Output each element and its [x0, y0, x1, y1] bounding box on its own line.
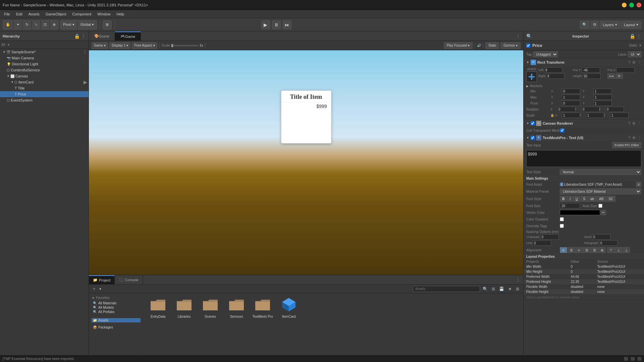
bottom-more-button[interactable]: ▾ — [98, 286, 103, 292]
rect-help-icon[interactable]: ? — [628, 60, 630, 65]
grid-button[interactable]: ⊞ — [515, 286, 521, 292]
scale-z-input[interactable] — [610, 113, 629, 118]
anchors-max-y[interactable] — [593, 95, 612, 100]
height-lock-btn[interactable]: ⟷ — [607, 73, 615, 79]
align-justify-btn[interactable]: ☰ — [583, 247, 590, 253]
font-italic-btn[interactable]: I — [567, 196, 573, 202]
fav-all-models[interactable]: 🔍 All Models — [92, 305, 141, 310]
text-input-area[interactable]: $999 — [526, 150, 641, 167]
line-spacing-input[interactable] — [533, 240, 551, 246]
asset-scenes[interactable]: Scenes — [199, 296, 222, 318]
menu-component[interactable]: Component — [69, 11, 94, 17]
stats-button[interactable]: Stats — [485, 42, 499, 49]
hier-arrow-canvas[interactable]: ▼ — [7, 74, 10, 78]
tab-scene[interactable]: 🎨 Scene — [89, 32, 115, 41]
inspector-lock-icon[interactable]: 🔒 — [630, 34, 635, 39]
rotate-tool[interactable]: ↻ — [23, 20, 31, 29]
star-button[interactable]: ★ — [507, 286, 513, 292]
rot-y-input[interactable] — [581, 107, 600, 112]
menu-window[interactable]: Window — [95, 11, 113, 17]
canvas-settings-icon[interactable]: ⚙ — [632, 121, 636, 126]
snap-button[interactable]: ⊞ — [103, 20, 111, 29]
tab-console[interactable]: ⬛ Console — [115, 275, 143, 284]
align-right-btn[interactable]: ≡ — [575, 247, 583, 253]
asset-entrydata[interactable]: EntryData — [146, 296, 170, 318]
asset-itemcard[interactable]: ItemCard — [277, 296, 301, 318]
close-button[interactable]: × — [637, 3, 641, 7]
char-spacing-input[interactable] — [540, 234, 559, 240]
font-size-input[interactable] — [560, 203, 580, 208]
font-sc-btn[interactable]: SC — [606, 196, 615, 202]
step-button[interactable]: ⏭ — [282, 20, 292, 29]
menu-help[interactable]: Help — [114, 11, 127, 17]
maximize-button[interactable]: □ — [629, 3, 634, 7]
layout-dropdown[interactable]: Layout ▾ — [621, 21, 641, 29]
scale-x-input[interactable] — [562, 113, 580, 118]
valign-bottom-btn[interactable]: ⊥ — [623, 247, 630, 253]
move-tool[interactable]: ✦ — [14, 20, 22, 29]
vertex-color-swatch[interactable] — [560, 210, 600, 215]
speaker-icon[interactable]: 🔊 — [477, 44, 481, 47]
asset-services[interactable]: Services — [225, 296, 248, 318]
layers-dropdown[interactable]: Layers ▾ — [600, 21, 620, 29]
rect-transform-header[interactable]: ▼ R Rect Transform ? ⚙ ⋮ — [524, 59, 644, 66]
fav-packages[interactable]: 📦 Packages — [92, 325, 141, 329]
menu-edit[interactable]: Edit — [13, 11, 25, 17]
rot-x-input[interactable] — [557, 107, 576, 112]
hierarchy-lock-icon[interactable]: 🔒 — [74, 34, 80, 39]
valign-middle-btn[interactable]: ⊥ — [615, 247, 622, 253]
left-input[interactable] — [544, 67, 562, 73]
rect-settings-icon[interactable]: ⚙ — [632, 60, 636, 65]
align-geo-btn[interactable]: ⊞ — [598, 247, 606, 253]
anchors-min-x[interactable] — [562, 88, 580, 94]
hier-title[interactable]: T Title — [0, 85, 89, 91]
align-flush-btn[interactable]: ☰ — [591, 247, 598, 253]
posy-input[interactable] — [582, 67, 600, 73]
aspect-dropdown[interactable]: Free Aspect ▾ — [132, 42, 157, 49]
valign-top-btn[interactable]: ⊤ — [607, 247, 614, 253]
font-bold-btn[interactable]: B — [560, 196, 567, 202]
canvas-help-icon[interactable]: ? — [628, 121, 630, 126]
tmp-settings-icon[interactable]: ⚙ — [632, 136, 636, 140]
static-dropdown-arrow[interactable]: ▾ — [639, 43, 641, 48]
align-left-btn[interactable]: ≡ — [560, 247, 567, 253]
inspector-more-icon[interactable]: ⋮ — [637, 34, 641, 39]
hierarchy-more-icon[interactable]: ⋮ — [81, 34, 86, 39]
tmp-help-icon[interactable]: ? — [628, 136, 630, 140]
scale-y-input[interactable] — [586, 113, 604, 118]
hier-more-itemcard[interactable]: ▶ — [84, 79, 87, 85]
global-button[interactable]: Global ▾ — [78, 20, 97, 29]
asset-search-input[interactable] — [413, 286, 480, 292]
add-folder-button[interactable]: + — [92, 286, 97, 292]
bottom-more-icon[interactable]: ⋮ — [513, 275, 523, 284]
menu-file[interactable]: File — [1, 11, 13, 17]
posz-input[interactable] — [616, 67, 635, 73]
enable-rtl-button[interactable]: Enable RTL Editor — [612, 142, 641, 148]
transform-tool[interactable]: ⊕ — [50, 20, 58, 29]
color-gradient-checkbox[interactable] — [560, 217, 564, 221]
tab-game[interactable]: 🎮 Game — [115, 32, 141, 41]
display-1-dropdown[interactable]: Display 1 ▾ — [109, 42, 130, 49]
play-button[interactable]: ▶ — [261, 20, 270, 29]
hier-price[interactable]: T Price — [0, 91, 89, 97]
search-button[interactable]: 🔍 — [481, 286, 489, 292]
hier-more-samplescene[interactable]: ⋮ — [83, 49, 87, 55]
minimize-button[interactable]: − — [622, 3, 627, 7]
rect-tool[interactable]: ⊡ — [41, 20, 49, 29]
override-tags-checkbox[interactable] — [560, 224, 564, 228]
fav-assets-section[interactable]: 📁 Assets — [92, 318, 141, 322]
settings-toolbar[interactable]: ⚙ — [590, 20, 599, 29]
pivot-button[interactable]: Pivot ▾ — [60, 20, 77, 29]
rot-z-input[interactable] — [605, 107, 624, 112]
pause-button[interactable]: ⏸ — [272, 20, 281, 29]
asset-textmeshpro[interactable]: TextMesh Pro — [251, 296, 274, 318]
canvas-more-icon[interactable]: ⋮ — [638, 121, 641, 126]
anchors-header-row[interactable]: ▶ Anchors — [526, 83, 641, 88]
font-ab-upper-btn[interactable]: AB — [597, 196, 606, 202]
fav-all-materials[interactable]: 🔍 All Materials — [92, 301, 141, 305]
hier-maincamera[interactable]: 📷 Main Camera — [0, 55, 89, 61]
filter-button[interactable]: ⊞ — [490, 286, 496, 292]
scale-slider[interactable] — [171, 45, 198, 46]
hier-arrow-samplescene[interactable]: ▼ — [3, 50, 6, 54]
font-underline-btn[interactable]: U — [573, 196, 580, 202]
